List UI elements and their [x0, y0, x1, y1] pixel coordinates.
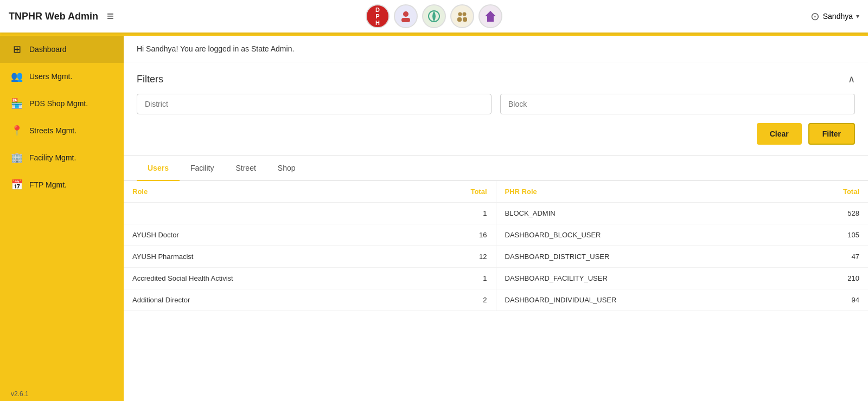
- tab-street[interactable]: Street: [225, 156, 266, 181]
- cell-role: Accredited Social Health Activist: [124, 268, 413, 289]
- sidebar-label-users-mgmt: Users Mgmt.: [29, 72, 72, 81]
- left-table: Role Total 1 AYUSH Doctor 16 AYUSH Pharm…: [124, 181, 496, 311]
- table-row: AYUSH Pharmacist 12: [124, 246, 496, 268]
- cell-total: 47: [791, 246, 868, 268]
- sidebar-item-facility[interactable]: 🏢 Facility Mgmt.: [0, 144, 124, 171]
- cell-total: 1: [413, 268, 495, 289]
- cell-role: AYUSH Pharmacist: [124, 246, 413, 268]
- table-row: BLOCK_ADMIN 528: [496, 203, 869, 224]
- logo-4: [450, 4, 474, 28]
- username-label: Sandhya: [823, 12, 853, 21]
- cell-phr-role: DASHBOARD_BLOCK_USER: [496, 224, 792, 246]
- tables-row: Role Total 1 AYUSH Doctor 16 AYUSH Pharm…: [124, 181, 868, 311]
- district-input[interactable]: [137, 94, 492, 114]
- tab-facility[interactable]: Facility: [180, 156, 225, 181]
- dashboard-icon: ⊞: [11, 43, 23, 55]
- svg-rect-6: [463, 17, 467, 22]
- logo-dph: DPH: [366, 4, 390, 28]
- sidebar-item-streets[interactable]: 📍 Streets Mgmt.: [0, 117, 124, 144]
- filters-header: Filters ∧: [137, 73, 855, 85]
- svg-rect-5: [457, 17, 462, 22]
- svg-point-3: [458, 12, 462, 16]
- col-total-right: Total: [791, 181, 868, 203]
- logo-2: [394, 4, 418, 28]
- table-row: DASHBOARD_FACILITY_USER 210: [496, 268, 869, 289]
- block-input[interactable]: [500, 94, 855, 114]
- table-row: AYUSH Doctor 16: [124, 224, 496, 246]
- cell-total: 105: [791, 224, 868, 246]
- cell-total: 210: [791, 268, 868, 289]
- account-icon: ⊙: [810, 10, 820, 23]
- col-total-left: Total: [413, 181, 495, 203]
- sidebar-label-ftp: FTP Mgmt.: [29, 180, 67, 189]
- hamburger-icon[interactable]: ≡: [107, 9, 114, 23]
- cell-total: 12: [413, 246, 495, 268]
- table-row: DASHBOARD_INDIVIDUAL_USER 94: [496, 289, 869, 311]
- cell-total: 16: [413, 224, 495, 246]
- sidebar-item-dashboard[interactable]: ⊞ Dashboard: [0, 36, 124, 63]
- logo-group: DPH: [366, 4, 502, 28]
- cell-total: 528: [791, 203, 868, 224]
- cell-role: AYUSH Doctor: [124, 224, 413, 246]
- version-label: v2.6.1: [0, 384, 124, 401]
- chevron-down-icon: ▾: [856, 12, 859, 20]
- sidebar-label-facility: Facility Mgmt.: [29, 153, 76, 162]
- cell-phr-role: DASHBOARD_INDIVIDUAL_USER: [496, 289, 792, 311]
- logo-3: [422, 4, 446, 28]
- cell-phr-role: BLOCK_ADMIN: [496, 203, 792, 224]
- sidebar: ⊞ Dashboard 👥 Users Mgmt. 🏪 PDS Shop Mgm…: [0, 36, 124, 401]
- collapse-icon[interactable]: ∧: [848, 73, 855, 85]
- table-row: Additional Director 2: [124, 289, 496, 311]
- cell-total: 94: [791, 289, 868, 311]
- cell-role: Additional Director: [124, 289, 413, 311]
- facility-icon: 🏢: [11, 152, 23, 164]
- left-table-wrap: Role Total 1 AYUSH Doctor 16 AYUSH Pharm…: [124, 181, 496, 311]
- tab-shop[interactable]: Shop: [267, 156, 307, 181]
- nav-left: TNPHR Web Admin ≡: [9, 9, 114, 23]
- table-row: 1: [124, 203, 496, 224]
- table-row: DASHBOARD_BLOCK_USER 105: [496, 224, 869, 246]
- cell-role: [124, 203, 413, 224]
- filter-button[interactable]: Filter: [808, 123, 855, 145]
- svg-point-4: [463, 12, 467, 16]
- sidebar-item-pds-shop[interactable]: 🏪 PDS Shop Mgmt.: [0, 90, 124, 117]
- cell-phr-role: DASHBOARD_FACILITY_USER: [496, 268, 792, 289]
- main-content: Hi Sandhya! You are logged in as State A…: [124, 36, 868, 401]
- pds-shop-icon: 🏪: [11, 98, 23, 109]
- sidebar-label-pds-shop: PDS Shop Mgmt.: [29, 99, 88, 108]
- main-layout: ⊞ Dashboard 👥 Users Mgmt. 🏪 PDS Shop Mgm…: [0, 36, 868, 401]
- welcome-bar: Hi Sandhya! You are logged in as State A…: [124, 36, 868, 62]
- cell-total: 1: [413, 203, 495, 224]
- svg-point-0: [403, 11, 409, 17]
- table-row: DASHBOARD_DISTRICT_USER 47: [496, 246, 869, 268]
- clear-button[interactable]: Clear: [757, 123, 802, 145]
- tab-users[interactable]: Users: [137, 156, 180, 181]
- app-title: TNPHR Web Admin: [9, 11, 98, 22]
- cell-phr-role: DASHBOARD_DISTRICT_USER: [496, 246, 792, 268]
- tabs-bar: Users Facility Street Shop: [124, 156, 868, 181]
- sidebar-label-streets: Streets Mgmt.: [29, 126, 76, 135]
- col-phr-role: PHR Role: [496, 181, 792, 203]
- right-table-wrap: PHR Role Total BLOCK_ADMIN 528 DASHBOARD…: [496, 181, 869, 311]
- top-nav: TNPHR Web Admin ≡ DPH ⊙ Sandhya ▾: [0, 0, 868, 33]
- filters-section: Filters ∧ Clear Filter: [124, 62, 868, 156]
- ftp-icon: 📅: [11, 179, 23, 191]
- sidebar-item-users-mgmt[interactable]: 👥 Users Mgmt.: [0, 63, 124, 90]
- sidebar-item-ftp[interactable]: 📅 FTP Mgmt.: [0, 171, 124, 198]
- table-row: Accredited Social Health Activist 1: [124, 268, 496, 289]
- right-table: PHR Role Total BLOCK_ADMIN 528 DASHBOARD…: [496, 181, 869, 311]
- svg-rect-1: [401, 18, 410, 22]
- cell-total: 2: [413, 289, 495, 311]
- svg-marker-7: [485, 11, 496, 22]
- welcome-message: Hi Sandhya! You are logged in as State A…: [137, 44, 294, 53]
- user-menu[interactable]: ⊙ Sandhya ▾: [810, 10, 859, 23]
- filters-row: [137, 94, 855, 114]
- logo-5: [478, 4, 502, 28]
- sidebar-label-dashboard: Dashboard: [29, 45, 67, 54]
- users-icon: 👥: [11, 70, 23, 82]
- filters-actions: Clear Filter: [137, 123, 855, 145]
- filters-title: Filters: [137, 74, 163, 85]
- col-role: Role: [124, 181, 413, 203]
- streets-icon: 📍: [11, 125, 23, 137]
